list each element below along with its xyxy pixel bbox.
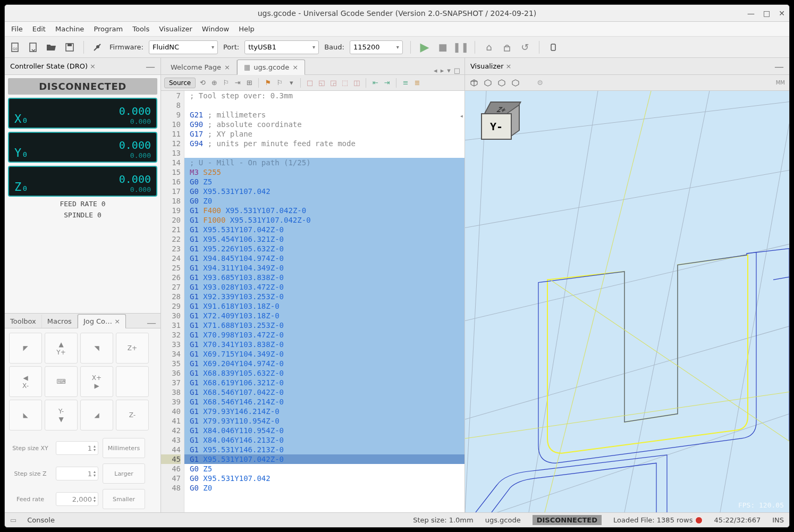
cube-front-face[interactable]: Y-: [481, 113, 512, 140]
replace-icon[interactable]: ⬚: [340, 78, 350, 88]
status-bar: ▭ Console Step size: 1.0mm ugs.gcode DIS…: [5, 512, 789, 527]
insert-icon[interactable]: ⊞: [244, 78, 254, 88]
play-icon[interactable]: ▶: [418, 41, 431, 54]
save-file-icon[interactable]: [27, 41, 40, 54]
step-z-input[interactable]: 1▴▾: [56, 467, 98, 480]
menu-help[interactable]: Help: [239, 25, 255, 33]
baud-combo[interactable]: 115200▾: [350, 40, 403, 54]
units-button[interactable]: Millimeters: [103, 438, 145, 458]
find-icon[interactable]: □: [305, 78, 315, 88]
close-icon[interactable]: ✕: [779, 9, 785, 18]
translate-icon[interactable]: ⊕: [209, 78, 219, 88]
tab-scroll-left-icon[interactable]: ◂: [434, 66, 437, 74]
svg-rect-4: [67, 44, 72, 46]
jog-y-plus[interactable]: ▲Y+: [45, 333, 78, 364]
menu-visualizer[interactable]: Visualizer: [159, 25, 192, 33]
jog-diag-ne[interactable]: ◥: [80, 333, 113, 364]
connect-icon[interactable]: [91, 41, 104, 54]
bookmark-next-icon[interactable]: ▾: [286, 78, 296, 88]
jog-keyboard-icon[interactable]: ⌨: [45, 366, 78, 397]
dro-y-label: Y₀: [14, 146, 29, 159]
fold-marker-icon[interactable]: ◂: [460, 112, 463, 120]
menu-window[interactable]: Window: [202, 25, 229, 33]
minimize-panel-icon[interactable]: —: [146, 61, 155, 72]
status-loaded: Loaded File: 1385 rows: [613, 516, 703, 525]
menu-file[interactable]: File: [11, 25, 23, 33]
jog-diag-nw[interactable]: ◤: [9, 333, 42, 364]
smaller-button[interactable]: Smaller: [103, 489, 145, 509]
console-toggle-icon[interactable]: ▭: [10, 516, 16, 524]
fps-counter: FPS: 120.05: [738, 501, 784, 509]
jog-z-center[interactable]: [116, 366, 149, 397]
maximize-editor-icon[interactable]: □: [454, 66, 460, 74]
tab-scroll-right-icon[interactable]: ▸: [441, 66, 444, 74]
bookmark-icon[interactable]: ⚑: [263, 78, 273, 88]
view-top-icon[interactable]: [483, 78, 493, 88]
tab-toolbox[interactable]: Toolbox: [5, 315, 42, 328]
jog-diag-se[interactable]: ◢: [80, 400, 113, 430]
visualizer-canvas[interactable]: Z+ Y- FPS: 120.05: [465, 91, 789, 512]
view-side-icon[interactable]: [511, 78, 520, 88]
jog-grid: ◤ ▲Y+ ◥ Z+ ◀ X- ⌨ X+ ▶ ◣ Y-▼ ◢ Z-: [5, 328, 161, 435]
home-icon[interactable]: ⌂: [483, 41, 495, 54]
larger-button[interactable]: Larger: [103, 463, 145, 484]
unlock-icon[interactable]: [501, 41, 513, 54]
find-next-icon[interactable]: ◲: [328, 78, 338, 88]
menu-tools[interactable]: Tools: [132, 25, 149, 33]
port-combo[interactable]: ttyUSB1▾: [244, 40, 319, 54]
close-icon[interactable]: ×: [90, 62, 96, 70]
jog-z-minus[interactable]: Z-: [116, 400, 149, 430]
tab-jog-controller[interactable]: Jog Co… ×: [78, 314, 126, 328]
minimize-icon[interactable]: —: [747, 9, 755, 18]
main-toolbar: G0 Firmware: FluidNC▾ Port: ttyUSB1▾ Bau…: [5, 37, 789, 58]
stop-icon[interactable]: ■: [436, 41, 449, 54]
highlight-icon[interactable]: ◫: [352, 78, 361, 88]
code-editor[interactable]: 7891011121314151617181920212223242526272…: [161, 91, 464, 512]
maximize-icon[interactable]: □: [763, 9, 770, 18]
view-front-icon[interactable]: [497, 78, 506, 88]
tab-ugs-gcode[interactable]: ▦ ugs.gcode ×: [237, 60, 305, 75]
pendant-icon[interactable]: [547, 41, 560, 54]
console-label[interactable]: Console: [27, 516, 55, 524]
svg-line-19: [545, 91, 651, 512]
dro-y-row[interactable]: Y₀ 0.0000.000: [8, 132, 157, 163]
orientation-cube[interactable]: Z+ Y-: [481, 102, 519, 143]
uncomment-icon[interactable]: ≣: [412, 78, 422, 88]
bookmark-prev-icon[interactable]: ⚐: [275, 78, 284, 88]
tab-macros[interactable]: Macros: [42, 315, 78, 328]
status-insert-mode: INS: [772, 516, 784, 524]
close-icon[interactable]: ×: [506, 62, 512, 70]
menu-program[interactable]: Program: [94, 25, 123, 33]
new-file-icon[interactable]: G0: [9, 41, 22, 54]
save-icon[interactable]: [63, 41, 76, 54]
dro-z-row[interactable]: Z₀ 0.0000.000: [8, 166, 157, 197]
jog-diag-sw[interactable]: ◣: [9, 400, 42, 430]
jog-x-minus[interactable]: ◀ X-: [9, 366, 42, 397]
run-from-icon[interactable]: ⇥: [233, 78, 242, 88]
view-iso-icon[interactable]: [469, 78, 479, 88]
open-folder-icon[interactable]: [45, 41, 58, 54]
reset-icon[interactable]: ↺: [519, 41, 531, 54]
minimize-panel-icon[interactable]: —: [774, 61, 784, 72]
indent-right-icon[interactable]: ⇥: [382, 78, 392, 88]
dro-x-row[interactable]: X₀ 0.0000.000: [8, 98, 157, 129]
minimize-panel-icon[interactable]: —: [142, 317, 161, 328]
jog-x-plus[interactable]: X+ ▶: [80, 366, 113, 397]
jog-y-minus[interactable]: Y-▼: [45, 400, 78, 430]
pause-icon[interactable]: ❚❚: [454, 41, 467, 54]
feed-rate-input[interactable]: 2,000▴▾: [56, 492, 98, 506]
rotate-icon[interactable]: ⟲: [198, 78, 207, 88]
comment-icon[interactable]: ≡: [401, 78, 410, 88]
find-prev-icon[interactable]: ◱: [317, 78, 326, 88]
gear-icon[interactable]: ⚙: [535, 78, 545, 88]
tab-welcome[interactable]: Welcome Page ×: [164, 60, 237, 74]
indent-left-icon[interactable]: ⇤: [370, 78, 380, 88]
mirror-icon[interactable]: ⚐: [221, 78, 231, 88]
menu-machine[interactable]: Machine: [55, 25, 84, 33]
menu-edit[interactable]: Edit: [32, 25, 46, 33]
jog-z-plus[interactable]: Z+: [116, 333, 149, 364]
tab-list-icon[interactable]: ▾: [447, 66, 451, 74]
firmware-combo[interactable]: FluidNC▾: [149, 40, 218, 54]
step-xy-input[interactable]: 1▴▾: [56, 441, 98, 455]
source-button[interactable]: Source: [164, 78, 196, 88]
